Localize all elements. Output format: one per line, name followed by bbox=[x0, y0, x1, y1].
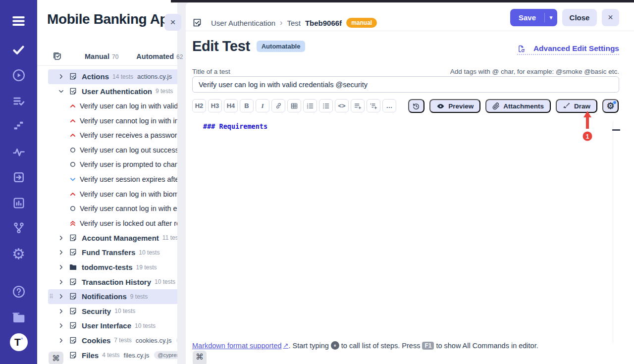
file-sync-icon bbox=[517, 45, 526, 53]
suite-doc-icon bbox=[69, 278, 77, 286]
preview-button[interactable]: Preview bbox=[429, 99, 480, 113]
chevron-right-icon[interactable] bbox=[58, 323, 64, 328]
sidebar-activity-icon[interactable] bbox=[0, 145, 37, 159]
sidebar-sign-in-icon[interactable] bbox=[0, 170, 37, 184]
sidebar-task-list-icon[interactable] bbox=[0, 94, 37, 108]
tree-suite-row[interactable]: User Authentication9 tests bbox=[48, 84, 177, 99]
tree-test-row[interactable]: Verify user cannot log in with inv bbox=[48, 113, 177, 128]
test-title-input[interactable] bbox=[192, 76, 619, 93]
chevron-right-icon[interactable] bbox=[58, 309, 64, 314]
sidebar-menu-icon[interactable] bbox=[0, 13, 37, 29]
suite-label: Cookies bbox=[82, 336, 110, 345]
heading2-button[interactable]: H2 bbox=[192, 99, 206, 112]
sidebar-check-icon[interactable] bbox=[0, 43, 37, 57]
markdown-link[interactable]: Markdown format supported↗ bbox=[192, 342, 288, 350]
drag-handle-icon[interactable]: ⠿ bbox=[49, 293, 53, 300]
heading4-button[interactable]: H4 bbox=[224, 99, 238, 112]
tree-test-row[interactable]: Verify user can log out successfu bbox=[48, 143, 177, 157]
sidebar-folder-icon[interactable] bbox=[0, 310, 37, 325]
tab-manual[interactable]: Manual 70 bbox=[85, 52, 118, 60]
link-icon bbox=[275, 102, 282, 109]
priority-high-icon bbox=[69, 191, 77, 198]
folder-icon bbox=[69, 263, 77, 271]
test-label: Verify user cannot log in with ex bbox=[80, 205, 177, 212]
tree-suite-row[interactable]: Files4 testsfiles.cy.js@cypress bbox=[48, 348, 177, 363]
test-label: Verify user can log out successfu bbox=[80, 146, 177, 154]
sidebar-gear-icon[interactable]: ⚙ bbox=[0, 247, 37, 261]
sidebar-help-icon[interactable] bbox=[0, 285, 37, 299]
project-title: Mobile Banking Ap bbox=[47, 11, 176, 27]
chevron-right-icon[interactable] bbox=[58, 338, 64, 343]
table-button[interactable] bbox=[287, 99, 301, 112]
breadcrumb-suite[interactable]: User Authentication bbox=[211, 19, 275, 27]
tree-test-row[interactable]: Verify user session expires after bbox=[48, 172, 177, 187]
chevron-right-icon[interactable] bbox=[58, 235, 64, 241]
italic-button[interactable]: I bbox=[256, 99, 269, 112]
tree-suite-row[interactable]: Account Management11 tests bbox=[48, 231, 177, 246]
tree-test-row[interactable]: Verify user can log in with biom bbox=[48, 187, 177, 202]
app-sidebar: ⚙T' bbox=[0, 0, 37, 364]
priority-high-icon bbox=[69, 117, 77, 124]
suite-file-name: files.cy.js bbox=[124, 352, 150, 359]
history-button[interactable] bbox=[408, 99, 424, 113]
tree-suite-row[interactable]: Actions14 testsactions.cy.js@cypress bbox=[48, 69, 177, 84]
close-button[interactable]: Close bbox=[562, 9, 597, 26]
editor-command-key[interactable]: ⌘ bbox=[193, 351, 207, 364]
chevron-right-icon[interactable] bbox=[58, 294, 64, 299]
suite-doc-icon bbox=[69, 292, 77, 301]
heading3-button[interactable]: H3 bbox=[208, 99, 222, 112]
advanced-edit-settings-link[interactable]: Advanced Edit Settings bbox=[517, 44, 619, 55]
chevron-right-icon[interactable] bbox=[58, 264, 64, 270]
tree-test-row[interactable]: Verify user cannot log in with ex bbox=[48, 201, 177, 216]
tree-test-row[interactable]: Verify user is locked out after re bbox=[48, 216, 177, 231]
footer-text-1: . Start typing bbox=[288, 342, 328, 350]
save-dropdown-caret[interactable]: ▾ bbox=[545, 14, 557, 21]
add-numbered-steps-button[interactable] bbox=[367, 99, 380, 112]
x-button[interactable]: × bbox=[602, 9, 619, 26]
tree-suite-row[interactable]: Cookies7 testscookies.cy.js@cypress bbox=[48, 333, 177, 348]
panel-command-key[interactable]: ⌘ bbox=[49, 352, 63, 364]
more-formats-button[interactable]: … bbox=[382, 99, 396, 112]
add-steps-button[interactable] bbox=[351, 99, 365, 112]
tree-suite-row[interactable]: User Interface10 tests bbox=[48, 318, 177, 333]
suite-doc-icon bbox=[69, 351, 77, 360]
link-button[interactable] bbox=[271, 99, 285, 112]
bold-button[interactable]: B bbox=[240, 99, 254, 112]
sidebar-branch-icon[interactable] bbox=[0, 221, 37, 234]
editor-scroll-thumb[interactable] bbox=[612, 129, 620, 131]
star-key: * bbox=[331, 341, 339, 350]
tree-suite-row[interactable]: Transaction History10 tests bbox=[48, 274, 177, 289]
chevron-right-icon[interactable] bbox=[58, 74, 64, 79]
tags-hint: Add tags with @ char, for example: @smok… bbox=[450, 68, 619, 75]
tree-test-row[interactable]: Verify user is prompted to chang bbox=[48, 157, 177, 172]
code-button[interactable]: <> bbox=[335, 99, 349, 112]
suite-label: Fund Transfers bbox=[82, 248, 135, 257]
tree-suite-row[interactable]: ⠿Notifications9 tests bbox=[48, 289, 177, 304]
chevron-down-icon[interactable] bbox=[58, 89, 64, 94]
ordered-list-button[interactable] bbox=[303, 99, 317, 112]
format-toolbar: H2H3H4BI<>… bbox=[192, 99, 396, 112]
sidebar-play-circle-icon[interactable] bbox=[0, 68, 37, 82]
tree-suite-row[interactable]: todomvc-tests19 tests bbox=[48, 260, 177, 275]
priority-critical-icon bbox=[69, 220, 77, 227]
tab-automated[interactable]: Automated 62 bbox=[136, 52, 183, 60]
editor-content[interactable]: ### Requirements bbox=[203, 122, 267, 130]
tree-test-row[interactable]: Verify user can log in with valid creden… bbox=[48, 99, 177, 113]
tree-suite-row[interactable]: Fund Transfers10 tests bbox=[48, 245, 177, 260]
sidebar-report-chart-icon[interactable] bbox=[0, 196, 37, 210]
chevron-right-icon[interactable] bbox=[58, 250, 64, 255]
panel-close-button[interactable]: × bbox=[164, 14, 181, 31]
chevron-right-icon[interactable] bbox=[58, 279, 64, 285]
attachments-button[interactable]: Attachments bbox=[485, 99, 551, 113]
doc-check-icon bbox=[192, 18, 202, 28]
eye-icon bbox=[436, 102, 445, 110]
editor-settings-button[interactable]: ⚙ bbox=[602, 99, 619, 113]
breadcrumb-test-id: Tbeb9066f bbox=[305, 19, 342, 27]
test-label: Verify user is prompted to chang bbox=[80, 160, 177, 168]
suite-tag-badge: @cypress bbox=[154, 351, 177, 359]
sidebar-steps-icon[interactable] bbox=[0, 119, 37, 132]
tree-test-row[interactable]: Verify user receives a password r bbox=[48, 128, 177, 143]
bullet-list-button[interactable] bbox=[319, 99, 333, 112]
save-button[interactable]: Save ▾ bbox=[510, 9, 557, 26]
tree-suite-row[interactable]: Security10 tests bbox=[48, 304, 177, 319]
